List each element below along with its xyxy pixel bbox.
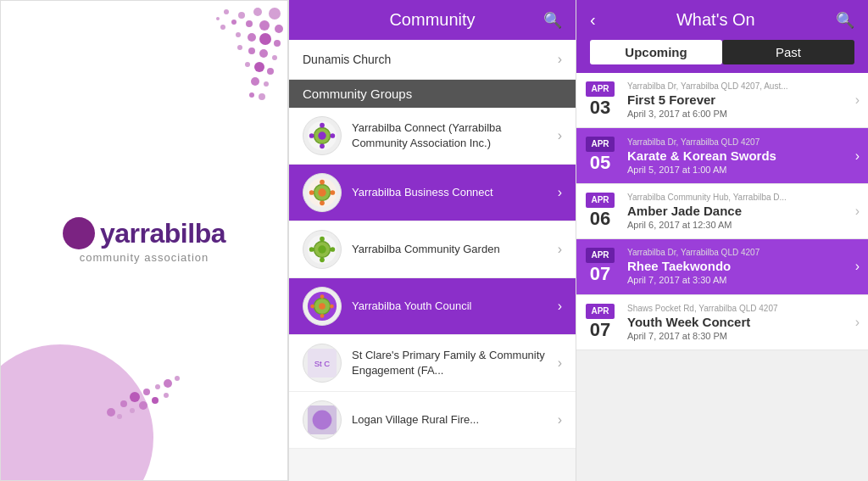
svg-text:St C: St C	[314, 359, 331, 368]
group-icon-business-connect	[303, 173, 342, 212]
svg-point-6	[231, 20, 236, 25]
event-item-1[interactable]: APR05Yarrabilba Dr, Yarrabilba QLD 4207K…	[576, 128, 868, 183]
event-name-2: Amber Jade Dance	[627, 204, 849, 218]
event-month-0: APR	[586, 81, 614, 97]
app-logo: yarrabilba community association	[63, 217, 225, 264]
tab-upcoming[interactable]: Upcoming	[590, 40, 722, 64]
event-item-2[interactable]: APR06Yarrabilba Community Hub, Yarrabilb…	[576, 184, 868, 239]
event-date-4: APR07	[576, 295, 624, 350]
community-group-item-2[interactable]: Yarrabilba Community Garden›	[289, 221, 576, 278]
event-month-2: APR	[586, 193, 614, 208]
back-icon[interactable]: ‹	[590, 10, 596, 30]
event-date-1: APR05	[576, 128, 624, 182]
event-item-3[interactable]: APR07Yarrabilba Dr, Yarrabilba QLD 4207R…	[576, 239, 868, 294]
group-icon-stclares: St C	[303, 344, 342, 383]
logo-icon-row: yarrabilba	[63, 217, 225, 249]
community-group-item-0[interactable]: Yarrabilba Connect (Yarrabilba Community…	[289, 108, 576, 165]
group-chevron-0: ›	[558, 128, 562, 143]
splash-panel: yarrabilba community association	[0, 0, 288, 481]
svg-point-43	[331, 133, 336, 138]
svg-point-40	[320, 123, 325, 128]
whatson-search-icon[interactable]: 🔍	[836, 11, 854, 30]
event-item-4[interactable]: APR07Shaws Pocket Rd, Yarrabilba QLD 420…	[576, 295, 868, 350]
group-name-5: Logan Village Rural Fire...	[352, 412, 548, 428]
community-group-item-3[interactable]: Yarrabilba Youth Council›	[289, 278, 576, 335]
event-name-1: Karate & Korean Swords	[627, 148, 849, 163]
svg-point-5	[246, 20, 253, 27]
event-location-1: Yarrabilba Dr, Yarrabilba QLD 4207	[627, 137, 849, 147]
svg-point-53	[318, 245, 326, 254]
event-name-0: First 5 Forever	[627, 92, 849, 107]
community-group-item-5[interactable]: Logan Village Rural Fire...›	[289, 392, 576, 449]
decorative-dots-bottom	[103, 361, 187, 429]
svg-point-16	[254, 62, 264, 72]
whatson-title: What's On	[676, 10, 755, 30]
community-header: Community 🔍	[289, 0, 576, 40]
event-info-3: Yarrabilba Dr, Yarrabilba QLD 4207Rhee T…	[624, 239, 855, 294]
community-group-item-4[interactable]: St CSt Clare's Primary Family & Communit…	[289, 335, 576, 392]
event-name-3: Rhee Taekwondo	[627, 259, 849, 273]
svg-point-55	[320, 258, 325, 263]
tab-past[interactable]: Past	[722, 40, 854, 64]
svg-point-64	[330, 305, 334, 309]
event-time-4: April 7, 2017 at 8:30 PM	[627, 331, 849, 341]
svg-point-11	[272, 55, 277, 60]
svg-point-30	[164, 379, 172, 388]
svg-point-18	[264, 81, 269, 87]
group-chevron-2: ›	[558, 242, 562, 257]
whatson-panel: ‹ What's On 🔍 Upcoming Past APR03Yarrabi…	[576, 0, 868, 481]
event-time-1: April 5, 2017 at 1:00 AM	[627, 165, 849, 175]
group-name-0: Yarrabilba Connect (Yarrabilba Community…	[352, 120, 548, 151]
event-name-4: Youth Week Concert	[627, 315, 849, 329]
group-name-3: Yarrabilba Youth Council	[352, 299, 548, 314]
event-day-3: 07	[590, 263, 610, 285]
event-info-0: Yarrabilba Dr, Yarrabilba QLD 4207, Aust…	[624, 73, 855, 127]
group-name-4: St Clare's Primary Family & Community En…	[352, 348, 548, 378]
event-chevron-4: ›	[855, 295, 868, 350]
community-group-item-1[interactable]: Yarrabilba Business Connect›	[289, 165, 576, 221]
dunamis-chevron-icon: ›	[558, 52, 562, 67]
group-chevron-4: ›	[558, 355, 562, 371]
svg-point-35	[152, 397, 159, 404]
community-list: Dunamis Church › Community Groups Yarrab…	[289, 40, 576, 481]
community-title: Community	[389, 10, 475, 30]
group-chevron-1: ›	[558, 185, 562, 200]
svg-point-49	[309, 190, 314, 195]
svg-point-15	[267, 68, 274, 75]
svg-point-12	[259, 49, 268, 58]
svg-point-29	[155, 384, 160, 389]
svg-point-56	[309, 247, 314, 252]
group-name-1: Yarrabilba Business Connect	[352, 185, 548, 200]
event-location-3: Yarrabilba Dr, Yarrabilba QLD 4207	[627, 248, 849, 257]
event-time-3: April 7, 2017 at 3:30 AM	[627, 275, 849, 285]
svg-point-34	[139, 401, 147, 410]
svg-point-36	[164, 393, 169, 398]
svg-point-46	[318, 188, 326, 197]
event-day-4: 07	[590, 319, 610, 341]
event-item-0[interactable]: APR03Yarrabilba Dr, Yarrabilba QLD 4207,…	[576, 73, 868, 128]
event-location-4: Shaws Pocket Rd, Yarrabilba QLD 4207	[627, 304, 849, 313]
event-chevron-0: ›	[855, 73, 868, 127]
svg-point-8	[259, 33, 271, 45]
svg-point-31	[175, 376, 180, 381]
group-icon-youth-council	[303, 287, 342, 326]
svg-point-57	[331, 247, 336, 252]
event-date-3: APR07	[576, 239, 624, 294]
svg-point-62	[320, 314, 325, 318]
community-groups-list: Yarrabilba Connect (Yarrabilba Community…	[289, 108, 576, 449]
svg-point-13	[248, 48, 255, 54]
svg-point-21	[249, 92, 254, 98]
logo-circle	[63, 217, 95, 249]
event-info-1: Yarrabilba Dr, Yarrabilba QLD 4207Karate…	[624, 128, 855, 182]
dunamis-church-item[interactable]: Dunamis Church ›	[289, 40, 576, 80]
group-chevron-5: ›	[558, 412, 562, 428]
svg-point-23	[216, 17, 220, 20]
group-icon-logan-rural	[303, 400, 342, 439]
event-date-2: APR06	[576, 184, 624, 238]
event-month-4: APR	[586, 304, 614, 319]
community-search-icon[interactable]: 🔍	[543, 11, 562, 30]
event-month-3: APR	[586, 248, 614, 263]
event-date-0: APR03	[576, 73, 624, 127]
svg-point-17	[245, 62, 250, 67]
community-groups-header: Community Groups	[289, 80, 576, 108]
